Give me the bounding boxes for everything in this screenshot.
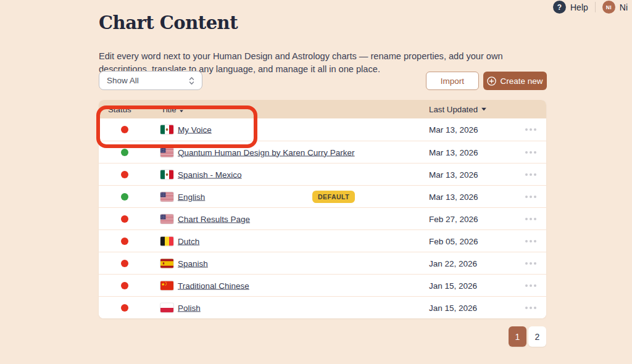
flag-icon-be [160,236,173,246]
row-last-updated: Mar 13, 2026 [429,147,478,157]
row-actions-ellipsis-icon[interactable] [525,307,536,309]
row-actions-ellipsis-icon[interactable] [525,284,536,287]
topbar: ? Help NI Ni [553,0,628,14]
create-new-button[interactable]: Create new [483,72,547,90]
title-column-label: Title [161,105,177,114]
flag-icon-mx [160,125,173,134]
table-row: Spanish - MexicoMar 13, 2026 [99,163,546,185]
row-title-link[interactable]: Quantum Human Design by Karen Curry Park… [178,147,355,157]
title-column-header[interactable]: Title [161,105,184,114]
table-row: DutchFeb 05, 2026 [99,230,546,252]
row-actions-ellipsis-icon[interactable] [525,151,536,154]
select-stepper-icon [189,77,194,85]
row-last-updated: Jan 15, 2026 [429,303,477,312]
row-actions-ellipsis-icon[interactable] [525,128,536,131]
last-updated-column-label: Last Updated [429,105,478,114]
user-name: Ni [620,2,628,12]
page-button-1[interactable]: 1 [509,326,526,347]
user-avatar[interactable]: NI [602,1,615,14]
table-row: Chart Results PageFeb 27, 2026 [99,207,546,230]
flag-icon-cn [160,281,173,290]
row-actions-ellipsis-icon[interactable] [525,173,536,176]
status-dot-red [121,260,128,267]
caret-down-icon [481,108,486,111]
flag-icon-pl [160,303,173,312]
row-last-updated: Feb 05, 2026 [429,236,478,246]
flag-icon-us [160,192,173,201]
topbar-divider [595,2,596,12]
row-actions-ellipsis-icon[interactable] [525,218,536,220]
status-dot-red [121,238,128,245]
help-icon: ? [553,1,566,14]
import-button[interactable]: Import [426,72,479,90]
flag-icon-us [160,147,173,157]
row-actions-ellipsis-icon[interactable] [525,262,536,265]
row-title-link[interactable]: Spanish - Mexico [178,170,242,179]
status-dot-green [121,149,128,156]
status-dot-red [121,171,128,178]
status-column-header: Status [108,105,131,114]
status-dot-red [121,215,128,223]
row-last-updated: Feb 27, 2026 [429,214,478,223]
flag-icon-es [160,259,173,268]
status-dot-red [121,126,128,133]
row-title-link[interactable]: English [178,192,205,201]
table-row: EnglishDEFAULTMar 13, 2026 [99,185,546,207]
table-row: PolishJan 15, 2026 [99,296,546,318]
last-updated-column-header[interactable]: Last Updated [429,105,486,114]
table-row: Traditional ChineseJan 15, 2026 [99,274,546,296]
table-row: SpanishJan 22, 2026 [99,252,546,274]
row-last-updated: Jan 15, 2026 [429,281,477,290]
chart-content-table: Status Title Last Updated My VoiceMar 13… [99,100,546,318]
sort-updown-icon [179,106,184,113]
table-row: My VoiceMar 13, 2026 [99,118,546,141]
row-last-updated: Jan 22, 2026 [429,259,477,268]
flag-icon-us [160,214,173,223]
status-dot-red [121,304,128,312]
default-badge: DEFAULT [312,191,355,203]
row-last-updated: Mar 13, 2026 [429,192,478,201]
row-actions-ellipsis-icon[interactable] [525,240,536,242]
help-button[interactable]: ? Help [553,1,588,14]
table-header-row: Status Title Last Updated [99,100,546,118]
row-last-updated: Mar 13, 2026 [429,170,478,179]
row-title-link[interactable]: My Voice [178,125,212,134]
filter-select[interactable]: Show All [99,71,202,90]
filter-select-value: Show All [107,76,139,85]
row-actions-ellipsis-icon[interactable] [525,196,536,198]
row-last-updated: Mar 13, 2026 [429,125,478,134]
row-title-link[interactable]: Dutch [178,236,199,246]
row-title-link[interactable]: Spanish [178,259,208,268]
page-button-2[interactable]: 2 [528,326,546,347]
row-title-link[interactable]: Chart Results Page [178,214,250,223]
row-title-link[interactable]: Traditional Chinese [178,281,249,290]
table-body: My VoiceMar 13, 2026Quantum Human Design… [99,118,546,318]
table-row: Quantum Human Design by Karen Curry Park… [99,141,546,163]
create-new-label: Create new [500,77,543,86]
pagination: 12 [509,326,546,347]
row-title-link[interactable]: Polish [178,303,201,312]
status-dot-green [121,193,128,201]
help-label: Help [570,2,588,12]
plus-circle-icon [487,77,496,86]
status-dot-red [121,282,128,289]
flag-icon-mx [160,170,173,179]
page-title: Chart Content [99,12,238,33]
